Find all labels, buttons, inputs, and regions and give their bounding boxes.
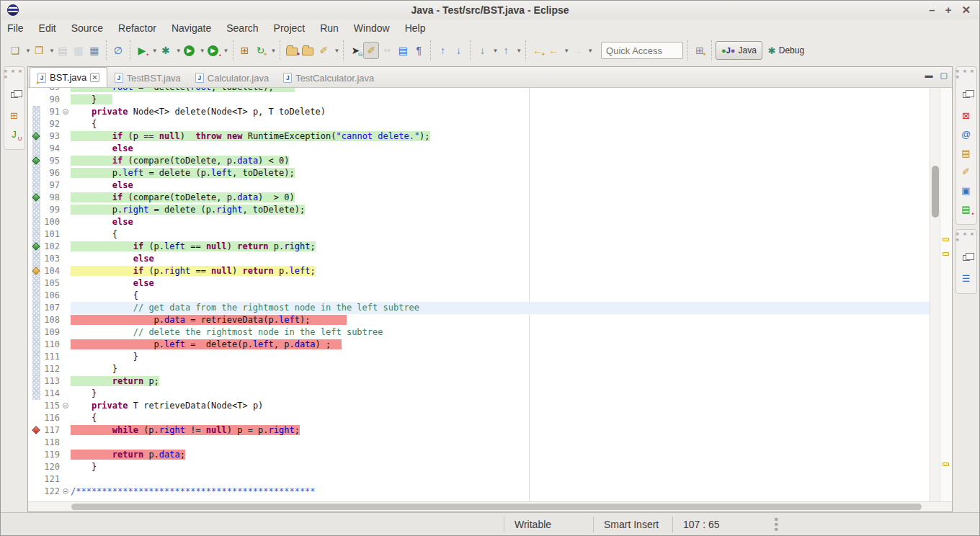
fold-ruler[interactable] (62, 118, 71, 130)
package-explorer-view-button[interactable]: ⊞ (6, 107, 22, 123)
fold-ruler[interactable] (62, 388, 71, 400)
junit-view-button[interactable]: JU (6, 126, 22, 142)
vertical-scrollbar-thumb[interactable] (932, 166, 939, 218)
code-line-94[interactable]: 94 else (28, 143, 930, 155)
annotation-ruler[interactable] (32, 473, 40, 486)
annotation-ruler[interactable] (32, 437, 40, 449)
show-occurrences-button[interactable]: ➤G (347, 42, 363, 59)
fold-ruler[interactable] (62, 130, 71, 143)
annotation-ruler[interactable] (32, 228, 40, 241)
code-line-102[interactable]: 102 if (p.left == null) return p.right; (28, 241, 930, 253)
fold-ruler[interactable] (62, 216, 71, 228)
annotation-ruler[interactable] (32, 339, 40, 351)
annotation-ruler[interactable] (32, 375, 40, 388)
code-line-119[interactable]: 119 return p.data; (28, 449, 930, 461)
annotation-ruler[interactable] (32, 155, 40, 167)
perspective-java-button[interactable]: ●J●Java (716, 41, 762, 60)
fold-collapse-icon[interactable] (63, 403, 68, 408)
navigate-up-button[interactable]: ↑ (435, 42, 450, 59)
fold-ruler[interactable] (62, 253, 71, 265)
code-line-89[interactable]: 89 root = delete(root, toDelete); (28, 88, 930, 94)
annotation-ruler[interactable] (32, 461, 40, 473)
code-line-104[interactable]: 104 if (p.right == null) return p.left; (28, 265, 930, 277)
quick-access-input[interactable] (601, 42, 683, 59)
next-annotation-dropdown[interactable]: ▼ (492, 48, 498, 54)
restore-views-button[interactable] (6, 86, 22, 102)
code-line-122[interactable]: 122/************************************… (28, 486, 930, 498)
annotation-ruler[interactable] (32, 314, 40, 326)
refresh-goal-button[interactable]: ↻✦ (253, 42, 269, 59)
fold-ruler[interactable] (62, 326, 71, 339)
menu-file[interactable]: File (7, 22, 24, 34)
annotation-ruler[interactable] (32, 265, 40, 277)
fold-ruler[interactable] (62, 290, 71, 302)
code-line-96[interactable]: 96 p.left = delete (p.left, toDelete); (28, 167, 930, 179)
menu-window[interactable]: Window (354, 22, 390, 34)
vertical-scrollbar[interactable] (930, 88, 940, 501)
fold-ruler[interactable] (62, 314, 71, 326)
open-type-button[interactable]: ● (284, 42, 300, 59)
refresh-goal-dropdown[interactable]: ▼ (271, 48, 277, 54)
fold-ruler[interactable] (62, 192, 71, 204)
annotation-ruler[interactable] (32, 204, 40, 216)
back-button[interactable]: ← (545, 42, 561, 59)
code-line-110[interactable]: 110 p.left = delete(p.left, p.data) ; (28, 339, 930, 351)
fold-ruler[interactable] (62, 228, 71, 241)
code-line-121[interactable]: 121 (28, 473, 930, 486)
fold-collapse-icon[interactable] (63, 109, 68, 115)
annotation-ruler[interactable] (32, 241, 40, 253)
overview-warning-mark[interactable] (943, 238, 949, 241)
new-java-element-button[interactable]: ❐ (31, 42, 47, 59)
previous-annotation-button[interactable]: ↑ (498, 42, 514, 59)
annotation-ruler[interactable] (32, 412, 40, 424)
overview-warning-mark[interactable] (943, 463, 949, 466)
code-line-113[interactable]: 113 return p; (28, 375, 930, 388)
minimize-view-button[interactable]: ▬ (925, 71, 933, 80)
annotation-ruler[interactable] (32, 130, 40, 143)
annotation-ruler[interactable] (32, 167, 40, 179)
run-external-dropdown[interactable]: ▼ (223, 48, 229, 54)
menu-refactor[interactable]: Refactor (118, 22, 156, 34)
problems-view-button[interactable]: ⊠ (958, 107, 974, 123)
fold-ruler[interactable] (62, 94, 71, 106)
console-view-button[interactable]: ▣ (958, 182, 974, 198)
fold-ruler[interactable] (62, 143, 71, 155)
search-view-button[interactable]: ✐ (958, 164, 974, 179)
trim-handle[interactable]: ■ ■ ■ ■ (956, 230, 976, 246)
declaration-view-button[interactable]: ▤ (958, 145, 974, 161)
code-line-92[interactable]: 92 { (28, 118, 930, 130)
menu-search[interactable]: Search (226, 22, 258, 34)
last-edit-location-button[interactable]: ←✦ (530, 42, 545, 59)
code-line-100[interactable]: 100 else (28, 216, 930, 228)
fold-ruler[interactable] (62, 363, 71, 375)
code-line-91[interactable]: 91 private Node<T> delete(Node<T> p, T t… (28, 106, 930, 118)
restore-views-button[interactable] (958, 249, 974, 264)
forward-dropdown[interactable]: ▼ (587, 48, 593, 54)
code-line-103[interactable]: 103 else (28, 253, 930, 265)
tab-bst-java[interactable]: J▲BST.java✕ (30, 67, 107, 87)
fold-ruler[interactable] (62, 449, 71, 461)
annotation-ruler[interactable] (32, 253, 40, 265)
search-button[interactable]: ✐ (316, 42, 331, 59)
annotation-ruler[interactable] (32, 363, 40, 375)
maximize-view-button[interactable]: ▢ (940, 71, 948, 80)
trim-handle[interactable]: ■ ■ ■ ■ (4, 67, 24, 83)
fold-ruler[interactable] (62, 277, 71, 290)
fold-ruler[interactable] (62, 375, 71, 388)
annotation-ruler[interactable] (32, 277, 40, 290)
code-line-111[interactable]: 111 } (28, 351, 930, 363)
next-annotation-button[interactable]: ↓ (474, 42, 490, 59)
annotation-ruler[interactable] (32, 424, 40, 437)
code-line-116[interactable]: 116 { (28, 412, 930, 424)
code-line-118[interactable]: 118 (28, 437, 930, 449)
mark-occurrences-highlighter-button[interactable]: ✐ (363, 42, 379, 59)
new-java-project-button[interactable]: ⊞ (237, 42, 253, 59)
code-line-106[interactable]: 106 { (28, 290, 930, 302)
print-button[interactable]: ▦ (86, 42, 102, 59)
fold-ruler[interactable] (62, 473, 71, 486)
new-java-element-dropdown[interactable]: ▼ (49, 48, 55, 54)
debug-dropdown[interactable]: ▼ (176, 48, 182, 54)
restore-views-button[interactable] (958, 86, 974, 102)
coverage-button[interactable]: ▶▪ (134, 42, 150, 59)
fold-collapse-icon[interactable] (63, 488, 68, 494)
